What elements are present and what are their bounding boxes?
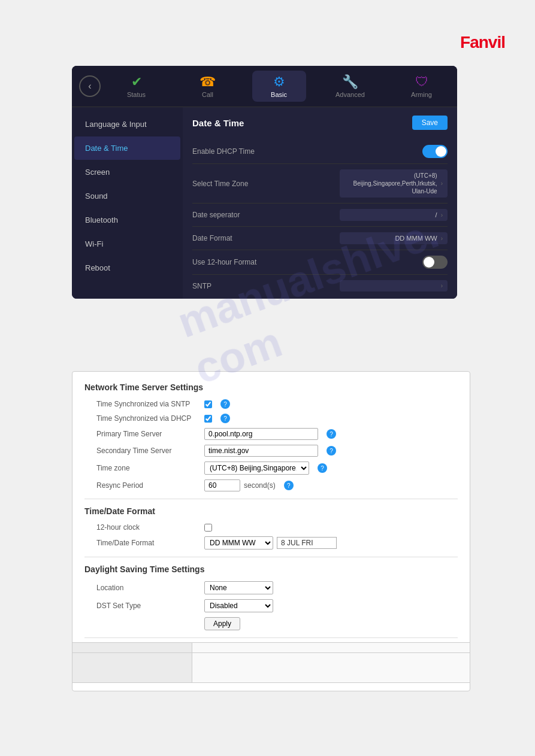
device-content: Language & Input Date & Time Screen Soun…: [72, 107, 457, 299]
tab-arming[interactable]: 🛡 Arming: [395, 71, 449, 102]
separator-value[interactable]: / ›: [340, 209, 448, 221]
primary-server-input[interactable]: [204, 428, 318, 440]
secondary-server-label: Secondary Time Server: [84, 447, 204, 455]
row-secondary-server: Secondary Time Server ?: [84, 445, 458, 457]
dateformat-value[interactable]: DD MMM WW ›: [340, 232, 448, 244]
top-nav: ‹ ✔ Status ☎ Call ⚙ Basic 🔧 Advanced: [72, 66, 457, 107]
panel-title: Date & Time: [192, 118, 244, 128]
save-button[interactable]: Save: [412, 116, 448, 130]
timezone-label: Select Time Zone: [192, 180, 340, 188]
setting-row-12hour: Use 12-hour Format: [192, 250, 448, 275]
divider-1: [84, 499, 458, 499]
secondary-server-input[interactable]: [204, 445, 318, 457]
tab-basic[interactable]: ⚙ Basic: [252, 71, 306, 102]
sidebar-item-screen[interactable]: Screen: [74, 160, 180, 184]
dhcp-sync-help[interactable]: ?: [220, 414, 230, 423]
sidebar-item-wifi[interactable]: Wi-Fi: [74, 232, 180, 256]
dhcp-label: Enable DHCP Time: [192, 147, 422, 156]
resync-unit: second(s): [244, 481, 276, 490]
sidebar-item-language[interactable]: Language & Input: [74, 113, 180, 136]
right-panel: Date & Time Save Enable DHCP Time Select…: [183, 107, 457, 299]
panel-header: Date & Time Save: [192, 116, 448, 130]
resync-input[interactable]: [204, 479, 240, 491]
tab-call[interactable]: ☎ Call: [181, 71, 235, 102]
tab-status[interactable]: ✔ Status: [110, 71, 164, 102]
dateformat-label: Date Format: [192, 234, 340, 242]
tab-status-label: Status: [127, 91, 146, 98]
location-label: Location: [84, 584, 204, 592]
row-sntp-sync: Time Synchronized via SNTP ?: [84, 399, 458, 409]
primary-server-label: Primary Time Server: [84, 430, 204, 438]
timezone-select[interactable]: (UTC+8) Beijing,Singapore,Perth,Irkut...: [204, 462, 309, 475]
timezone-web-control: (UTC+8) Beijing,Singapore,Perth,Irkut...…: [204, 462, 327, 475]
advanced-icon: 🔧: [342, 74, 358, 90]
sntp-label: SNTP: [192, 282, 340, 290]
status-icon: ✔: [131, 74, 142, 90]
bottom-table: [72, 642, 470, 683]
sntp-sync-help[interactable]: ?: [220, 399, 230, 409]
dhcp-toggle[interactable]: [422, 145, 448, 158]
row-resync: Resync Period second(s) ?: [84, 479, 458, 491]
setting-row-sntp: SNTP ›: [192, 275, 448, 297]
secondary-server-help[interactable]: ?: [327, 446, 336, 456]
dhcp-sync-label: Time Synchronized via DHCP: [84, 414, 204, 423]
primary-server-help[interactable]: ?: [327, 429, 336, 439]
sidebar-item-reboot[interactable]: Reboot: [74, 256, 180, 280]
date-format-preview: 8 JUL FRI: [277, 537, 337, 549]
dateformat-chevron: ›: [441, 235, 443, 242]
separator-chevron: ›: [441, 212, 443, 218]
location-control: None: [204, 581, 273, 594]
timezone-chevron: ›: [441, 180, 443, 187]
toggle-knob-12h: [424, 257, 434, 268]
table-row-col1: [72, 653, 192, 683]
row-primary-server: Primary Time Server ?: [84, 428, 458, 440]
sidebar-item-bluetooth[interactable]: Bluetooth: [74, 208, 180, 232]
secondary-server-control: ?: [204, 445, 336, 457]
tab-arming-label: Arming: [411, 91, 432, 98]
separator-label: Date seperator: [192, 211, 340, 219]
call-icon: ☎: [200, 74, 216, 90]
12hour-checkbox[interactable]: [204, 524, 212, 532]
fanvil-logo: Fanvil: [460, 33, 505, 52]
sntp-value[interactable]: ›: [340, 280, 448, 292]
table-header-col1: [72, 643, 192, 653]
timezone-value[interactable]: (UTC+8)Beijing,Singapore,Perth,Irkutsk,U…: [340, 169, 448, 198]
location-select[interactable]: None: [204, 581, 273, 594]
12hour-toggle[interactable]: [422, 256, 448, 269]
resync-control: second(s) ?: [204, 479, 294, 491]
row-timezone-web: Time zone (UTC+8) Beijing,Singapore,Pert…: [84, 462, 458, 475]
dst-type-select[interactable]: Disabled: [204, 599, 273, 612]
dst-type-label: DST Set Type: [84, 602, 204, 610]
dst-section-title: Daylight Saving Time Settings: [84, 564, 458, 574]
sidebar-item-datetime[interactable]: Date & Time: [74, 136, 180, 160]
row-12hour-web: 12-hour clock: [84, 523, 458, 532]
dst-apply-control: Apply: [204, 617, 240, 630]
timezone-web-label: Time zone: [84, 464, 204, 472]
setting-row-timezone: Select Time Zone (UTC+8)Beijing,Singapor…: [192, 164, 448, 204]
dhcp-sync-checkbox[interactable]: [204, 415, 212, 423]
dst-type-control: Disabled: [204, 599, 273, 612]
divider-2: [84, 557, 458, 557]
resync-help[interactable]: ?: [284, 481, 294, 490]
setting-row-dateformat: Date Format DD MMM WW ›: [192, 227, 448, 250]
sntp-chevron: ›: [441, 283, 443, 289]
sidebar-item-sound[interactable]: Sound: [74, 184, 180, 208]
ntp-section-title: Network Time Server Settings: [84, 382, 458, 392]
sntp-sync-control: ?: [204, 399, 230, 409]
tab-advanced[interactable]: 🔧 Advanced: [324, 71, 377, 102]
table-row-col2: [192, 653, 470, 683]
row-dhcp-sync: Time Synchronized via DHCP ?: [84, 414, 458, 423]
arming-icon: 🛡: [415, 74, 428, 90]
12hour-web-control: [204, 524, 212, 532]
dst-apply-button[interactable]: Apply: [204, 617, 240, 630]
12hour-web-label: 12-hour clock: [84, 523, 204, 532]
sidebar: Language & Input Date & Time Screen Soun…: [72, 107, 183, 299]
timezone-web-help[interactable]: ?: [318, 463, 327, 473]
toggle-knob: [436, 146, 446, 157]
setting-row-separator: Date seperator / ›: [192, 204, 448, 227]
basic-icon: ⚙: [273, 74, 285, 90]
sntp-sync-checkbox[interactable]: [204, 400, 212, 408]
row-location: Location None: [84, 581, 458, 594]
back-button[interactable]: ‹: [79, 75, 101, 97]
date-format-select[interactable]: DD MMM WW: [204, 536, 273, 549]
